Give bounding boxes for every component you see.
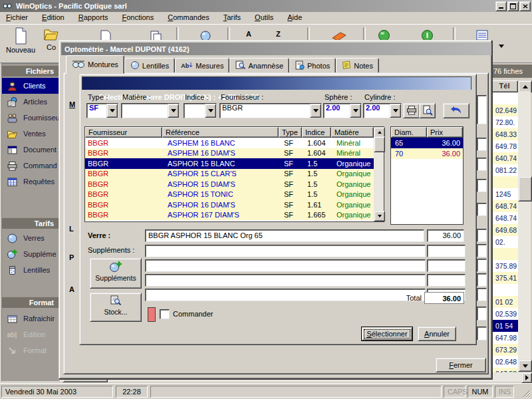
diam-row-selected[interactable]: 65 36.00 <box>391 138 463 148</box>
table-row[interactable]: BBGRASPHOR 15 CLAR'SSF1.5Organique <box>85 169 384 180</box>
tab-photos[interactable]: Photos <box>289 58 336 74</box>
table-row[interactable]: BBGRASPHEM 16 BLANCSF1.604Minéral <box>85 138 384 148</box>
verre-field[interactable]: BBGR ASPHOR 15 BLANC Org 65 <box>145 229 424 242</box>
tel-row[interactable]: 02.648 <box>491 356 518 368</box>
tel-row[interactable] <box>491 248 518 260</box>
tel-row[interactable] <box>491 284 518 296</box>
tel-row[interactable]: 648.74 <box>491 200 518 212</box>
table-scrollbar[interactable] <box>374 127 384 221</box>
tel-row[interactable]: 02.649 <box>491 104 518 116</box>
sphere-combobox[interactable]: 2.00 <box>323 103 362 118</box>
sidebar-item-supplements[interactable]: Suppléme <box>2 246 59 262</box>
print-button[interactable] <box>403 103 420 118</box>
tel-row[interactable]: 673.29 <box>491 344 518 356</box>
table-row-selected[interactable]: BBGRASPHOR 15 BLANCSF1.5Organique <box>85 158 384 169</box>
tel-row[interactable]: 649.68 <box>491 224 518 236</box>
tel-row[interactable]: 375.41 <box>491 272 518 284</box>
sidebar-item-commandes[interactable]: Command <box>2 158 59 174</box>
menu-fichier[interactable]: Fichier <box>0 12 34 23</box>
undo-button[interactable] <box>443 103 469 118</box>
tel-scroll-thumb[interactable] <box>518 176 532 201</box>
preview-button[interactable] <box>419 103 436 118</box>
table-scroll-down-button[interactable] <box>374 211 385 221</box>
sidebar-item-documents[interactable]: Document <box>2 142 59 158</box>
tel-row[interactable]: 640.74 <box>491 152 518 164</box>
menu-aide[interactable]: Aide <box>281 12 308 23</box>
tel-row[interactable]: 648.74 <box>491 212 518 224</box>
sidebar-item-verres[interactable]: Verres <box>2 230 59 246</box>
hscroll-right-button[interactable] <box>521 372 532 383</box>
tab-mesures[interactable]: Ab Mesures <box>175 58 229 74</box>
menu-edition[interactable]: Edition <box>36 12 70 23</box>
fermer-button[interactable]: Fermer <box>436 358 486 372</box>
tel-row[interactable] <box>491 92 518 104</box>
col-header-diam[interactable]: Diam. <box>391 127 427 138</box>
menu-rapports[interactable]: Rapports <box>72 12 114 23</box>
sort-desc-icon[interactable]: Z <box>276 30 281 38</box>
commander-checkbox[interactable] <box>160 309 170 319</box>
sidebar-item-rafraichir[interactable]: Rafraichir <box>2 311 59 327</box>
col-header-type[interactable]: Type <box>279 127 302 138</box>
resize-grip[interactable] <box>523 390 531 399</box>
nouveau-button[interactable]: Nouveau <box>4 27 37 59</box>
fournisseur-combobox[interactable]: BBGR <box>219 103 322 118</box>
dropdown-icon[interactable] <box>390 104 401 118</box>
dropdown-icon[interactable] <box>205 104 216 118</box>
tel-scrollbar[interactable] <box>518 91 531 360</box>
supplements-button[interactable]: Suppléments <box>90 258 142 289</box>
toolbar-overflow-button[interactable] <box>496 41 507 51</box>
tel-row[interactable]: 02. <box>491 236 518 248</box>
tab-lentilles[interactable]: Lentilles <box>124 58 175 74</box>
tab-anamnese[interactable]: Anamnèse <box>229 58 289 74</box>
dropdown-icon[interactable] <box>106 104 118 118</box>
tel-row-selected[interactable]: 01 54 <box>491 320 518 332</box>
table-row[interactable]: BBGRASPHOR 15 DIAM'SSF1.5Organique <box>85 179 384 190</box>
tel-row[interactable] <box>491 176 518 188</box>
supplement-field-2[interactable] <box>145 259 426 272</box>
minimize-button[interactable] <box>495 1 507 11</box>
tel-row[interactable]: 1245 <box>491 188 518 200</box>
table-row[interactable]: BBGRASPHEM 16 DIAM'SSF1.604Minéral <box>85 148 384 159</box>
table-row[interactable]: BBGRASPHOR 167 DIAM'SSF1.665Organique <box>85 210 384 221</box>
col-header-prix[interactable]: Prix <box>427 127 463 138</box>
verre-price-field[interactable]: 36.00 <box>427 229 464 242</box>
supplement-price-2[interactable] <box>427 259 466 272</box>
dropdown-icon[interactable] <box>350 104 361 118</box>
sidebar-item-fournisseurs[interactable]: Fournisseu <box>2 110 59 126</box>
col-header-matiere[interactable]: Matière <box>331 127 374 138</box>
tel-row[interactable]: 72.80. <box>491 116 518 128</box>
tel-row[interactable]: 375.89 <box>491 260 518 272</box>
close-button[interactable] <box>519 1 531 11</box>
tel-row[interactable]: 648.33 <box>491 128 518 140</box>
supplement-price-1[interactable] <box>427 245 466 257</box>
menu-tarifs[interactable]: Tarifs <box>217 12 247 23</box>
dialog-titlebar[interactable]: Optométrie - Marcel DUPONT (4162) <box>61 43 491 55</box>
tel-row[interactable]: 01 02 <box>491 296 518 308</box>
selectionner-button[interactable]: Sélectionner <box>361 327 413 341</box>
menu-outils[interactable]: Outils <box>249 12 279 23</box>
dropdown-icon[interactable] <box>310 104 321 118</box>
menu-fonctions[interactable]: Fonctions <box>116 12 160 23</box>
col-header-reference[interactable]: Référence <box>162 127 279 138</box>
tel-row[interactable]: 081.22 <box>491 164 518 176</box>
dropdown-icon[interactable] <box>168 104 179 118</box>
sidebar-item-clients[interactable]: Clients <box>2 78 59 94</box>
tel-row[interactable]: 647.98 <box>491 332 518 344</box>
annuler-button[interactable]: Annuler <box>418 327 456 341</box>
type-combobox[interactable]: SF <box>86 103 118 118</box>
supplement-price-3[interactable] <box>427 274 466 287</box>
col-header-indice[interactable]: Indice <box>302 127 331 138</box>
tab-montures[interactable]: Montures <box>66 55 124 74</box>
diam-row[interactable]: 70 36.00 <box>391 148 463 159</box>
indice-combobox[interactable] <box>184 103 217 118</box>
sort-asc-icon[interactable]: A <box>246 30 251 38</box>
menu-commandes[interactable]: Commandes <box>162 12 215 23</box>
tel-column-header[interactable]: Tél <box>491 80 518 92</box>
cylindre-combobox[interactable]: 2.00 <box>363 103 402 118</box>
matiere-combobox[interactable] <box>121 103 180 118</box>
col-header-fournisseur[interactable]: Fournisseur <box>85 127 162 138</box>
tab-notes[interactable]: Notes <box>336 58 379 74</box>
sidebar-item-articles[interactable]: Articles <box>2 94 59 110</box>
supplement-field-3[interactable] <box>145 274 426 287</box>
supplement-field-1[interactable] <box>145 245 426 257</box>
